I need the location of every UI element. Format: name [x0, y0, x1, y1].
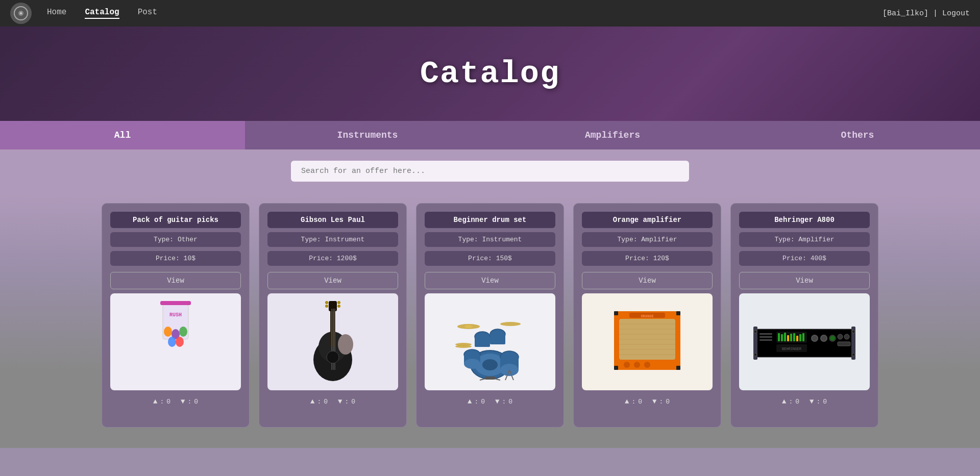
svg-point-61	[624, 362, 630, 368]
card-view-button[interactable]: View	[425, 272, 555, 289]
category-bar: All Instruments Amplifiers Others	[0, 121, 980, 149]
card-votes: ▲ : 0 ▼ : 0	[267, 394, 398, 407]
card-view-button[interactable]: View	[739, 272, 870, 289]
svg-rect-46	[485, 377, 495, 380]
svg-point-98	[852, 330, 855, 333]
card-votes: ▲ : 0 ▼ : 0	[739, 394, 870, 407]
svg-rect-15	[329, 301, 337, 311]
card-orange-amp: Orange amplifier Type: Amplifier Price: …	[573, 203, 721, 428]
svg-rect-74	[778, 333, 780, 341]
card-view-button[interactable]: View	[267, 272, 398, 289]
upvote-value: 0	[324, 398, 328, 406]
downvote-area[interactable]: ▼ : 0	[495, 397, 512, 406]
downvote-icon[interactable]: ▼	[338, 397, 342, 406]
upvote-area[interactable]: ▲ : 0	[782, 397, 799, 406]
downvote-area[interactable]: ▼ : 0	[810, 397, 827, 406]
downvote-area[interactable]: ▼ : 0	[338, 397, 355, 406]
svg-rect-72	[760, 339, 772, 341]
nav-post[interactable]: Post	[138, 8, 157, 19]
cat-others[interactable]: Others	[735, 121, 980, 149]
downvote-icon[interactable]: ▼	[495, 397, 499, 406]
cards-area: Pack of guitar picks Type: Other Price: …	[0, 193, 980, 448]
svg-point-19	[327, 351, 339, 363]
upvote-area[interactable]: ▲ : 0	[153, 397, 170, 406]
svg-point-96	[754, 330, 757, 333]
svg-point-39	[500, 322, 521, 326]
upvote-icon[interactable]: ▲	[153, 397, 157, 406]
svg-rect-82	[802, 333, 804, 341]
svg-point-22	[337, 301, 340, 304]
card-view-button[interactable]: View	[110, 272, 241, 289]
card-image: BEHRINGER	[739, 293, 870, 390]
card-price: Price: 10$	[110, 251, 241, 266]
card-title: Beginner drum set	[425, 212, 555, 228]
downvote-value: 0	[666, 398, 670, 406]
svg-point-89	[838, 334, 843, 339]
svg-point-41	[455, 345, 472, 348]
nav-username[interactable]: [Bai_Ilko]	[883, 9, 928, 18]
cat-all[interactable]: All	[0, 121, 245, 149]
card-type: Type: Amplifier	[739, 232, 870, 247]
downvote-area[interactable]: ▼ : 0	[652, 397, 670, 406]
svg-point-13	[338, 334, 353, 355]
svg-point-9	[168, 337, 176, 347]
svg-rect-36	[490, 334, 505, 344]
search-input[interactable]	[291, 161, 689, 182]
svg-point-84	[812, 336, 817, 341]
svg-rect-71	[760, 336, 772, 338]
cat-amplifiers[interactable]: Amplifiers	[490, 121, 735, 149]
downvote-icon[interactable]: ▼	[181, 397, 185, 406]
downvote-value: 0	[194, 398, 198, 406]
svg-rect-81	[799, 334, 801, 341]
card-drums: Beginner drum set Type: Instrument Price…	[416, 203, 564, 428]
card-guitar-picks: Pack of guitar picks Type: Other Price: …	[102, 203, 250, 428]
nav-home[interactable]: Home	[47, 8, 66, 19]
svg-rect-67	[676, 366, 680, 370]
nav-logout[interactable]: Logout	[942, 9, 970, 18]
card-title: Behringer A800	[739, 212, 870, 228]
card-image: RUSH	[110, 293, 241, 390]
svg-point-86	[821, 336, 826, 341]
upvote-icon[interactable]: ▲	[310, 397, 314, 406]
svg-point-88	[830, 336, 835, 341]
cat-instruments[interactable]: Instruments	[245, 121, 490, 149]
svg-point-63	[644, 362, 650, 368]
svg-point-62	[634, 362, 640, 368]
nav-user-area: [Bai_Ilko] | Logout	[883, 9, 970, 18]
upvote-icon[interactable]: ▲	[468, 397, 472, 406]
svg-point-90	[844, 334, 849, 339]
svg-rect-70	[760, 333, 772, 335]
search-area	[0, 149, 980, 193]
downvote-icon[interactable]: ▼	[652, 397, 656, 406]
card-votes: ▲ : 0 ▼ : 0	[110, 394, 241, 407]
svg-rect-80	[796, 336, 798, 341]
card-view-button[interactable]: View	[582, 272, 713, 289]
svg-rect-4	[160, 301, 191, 305]
svg-rect-34	[475, 337, 490, 347]
card-title: Orange amplifier	[582, 212, 713, 228]
card-type: Type: Amplifier	[582, 232, 713, 247]
page-title: Catalog	[420, 56, 560, 92]
downvote-icon[interactable]: ▼	[810, 397, 814, 406]
upvote-icon[interactable]: ▲	[782, 397, 786, 406]
card-title: Gibson Les Paul	[267, 212, 398, 228]
card-price: Price: 120$	[582, 251, 713, 266]
svg-rect-75	[781, 334, 783, 341]
navigation: Home Catalog Post [Bai_Ilko] | Logout	[0, 0, 980, 27]
upvote-area[interactable]: ▲ : 0	[310, 397, 328, 406]
svg-point-26	[482, 359, 498, 370]
upvote-area[interactable]: ▲ : 0	[468, 397, 485, 406]
svg-rect-78	[790, 334, 792, 341]
upvote-value: 0	[481, 398, 485, 406]
site-logo[interactable]	[10, 3, 32, 24]
svg-text:ORANGE: ORANGE	[641, 314, 653, 318]
downvote-area[interactable]: ▼ : 0	[181, 397, 198, 406]
card-votes: ▲ : 0 ▼ : 0	[582, 394, 713, 407]
upvote-area[interactable]: ▲ : 0	[625, 397, 642, 406]
upvote-icon[interactable]: ▲	[625, 397, 629, 406]
nav-catalog[interactable]: Catalog	[85, 8, 119, 19]
svg-rect-14	[330, 309, 335, 347]
svg-point-20	[325, 301, 328, 304]
svg-point-38	[464, 325, 473, 328]
card-type: Type: Instrument	[425, 232, 555, 247]
